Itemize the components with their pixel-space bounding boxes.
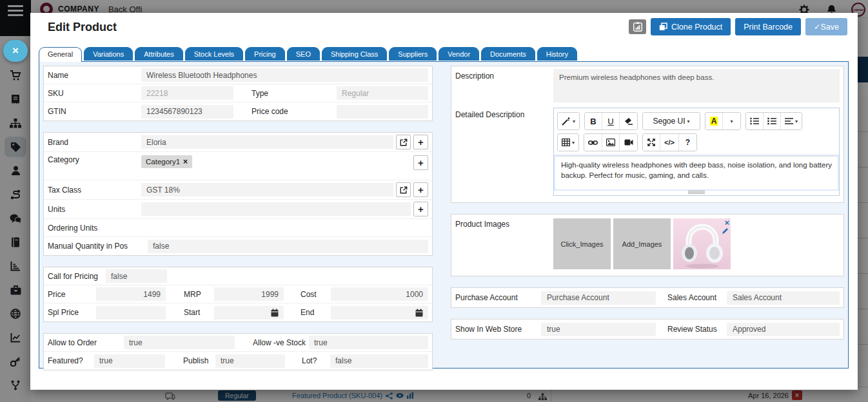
publish-input[interactable]: true xyxy=(215,354,285,368)
insert-image-button[interactable] xyxy=(602,134,620,151)
price-label: Price xyxy=(48,290,96,299)
add-images-button[interactable]: Add_Images xyxy=(613,218,671,269)
font-color-dropdown[interactable]: ▾ xyxy=(723,113,740,129)
price-code-input[interactable] xyxy=(337,105,428,119)
tax-class-add-button[interactable]: + xyxy=(413,182,428,197)
units-add-button[interactable]: + xyxy=(413,202,428,216)
mrp-label: MRP xyxy=(166,290,214,299)
tab-seo[interactable]: SEO xyxy=(287,47,320,61)
general-tab-panel: Name Wireless Bluetooth Headphones SKU 2… xyxy=(39,61,849,368)
tab-stock-levels[interactable]: Stock Levels xyxy=(185,47,243,61)
start-date-input[interactable] xyxy=(214,306,284,320)
ordered-list-button[interactable] xyxy=(764,113,781,129)
caret-down-icon: ▾ xyxy=(687,119,690,124)
mrp-input[interactable]: 1999 xyxy=(214,287,284,301)
manual-qty-label: Manual Quantity in Pos xyxy=(48,242,148,251)
type-label: Type xyxy=(233,89,337,98)
tab-shipping-class[interactable]: Shipping Class xyxy=(322,47,387,61)
detailed-description-editable[interactable]: High-quality wireless headphones with de… xyxy=(555,156,838,189)
calendar-icon[interactable] xyxy=(415,309,423,317)
bold-button[interactable]: B xyxy=(585,113,602,129)
print-barcode-button[interactable]: Print Barcode xyxy=(735,18,801,35)
web-store-input[interactable]: true xyxy=(541,323,656,336)
fullscreen-button[interactable] xyxy=(643,134,660,151)
allow-neg-stock-input[interactable]: true xyxy=(309,336,428,349)
check-icon: ✓ xyxy=(814,22,820,32)
table-button[interactable]: ▾ xyxy=(558,134,578,151)
brand-add-button[interactable]: + xyxy=(413,135,428,149)
sales-account-input[interactable]: Sales Account xyxy=(727,291,840,305)
tab-general[interactable]: General xyxy=(39,47,82,62)
start-label: Start xyxy=(166,308,214,317)
underline-button[interactable]: U xyxy=(602,113,620,129)
tab-history[interactable]: History xyxy=(537,47,577,61)
fullscreen-icon xyxy=(647,139,655,146)
gtin-input[interactable]: 1234567890123 xyxy=(141,105,233,119)
review-status-input[interactable]: Approved xyxy=(727,323,840,336)
product-report-button[interactable] xyxy=(629,19,646,34)
remove-image-icon[interactable]: × xyxy=(724,218,729,227)
purchase-account-input[interactable]: Purchase Account xyxy=(541,291,656,305)
brand-label: Brand xyxy=(48,138,141,147)
gtin-label: GTIN xyxy=(48,107,141,116)
table-icon xyxy=(562,139,570,146)
product-tabs: General Variations Attributes Stock Leve… xyxy=(39,47,847,61)
video-icon xyxy=(624,139,633,146)
units-input[interactable] xyxy=(141,202,411,216)
brand-open-button[interactable] xyxy=(396,135,411,149)
category-chip-label: Category1 xyxy=(146,158,180,166)
unordered-list-button[interactable] xyxy=(746,113,764,129)
modal-close-button[interactable]: × xyxy=(3,40,28,62)
brand-input[interactable]: Eloria xyxy=(141,135,393,149)
editor-resize-handle[interactable] xyxy=(554,189,839,195)
category-add-button[interactable]: + xyxy=(413,155,428,170)
save-button[interactable]: ✓Save xyxy=(805,18,847,35)
spl-price-input[interactable] xyxy=(96,306,166,320)
lot-input[interactable]: false xyxy=(330,354,428,368)
font-family-select[interactable]: Segoe UI▾ xyxy=(643,113,700,129)
review-status-label: Review Status xyxy=(656,325,727,334)
tab-variations[interactable]: Variations xyxy=(84,47,133,61)
webstore-section: Show In Web Store true Review Status App… xyxy=(451,319,844,340)
tab-documents[interactable]: Documents xyxy=(481,47,535,61)
code-view-button[interactable]: </> xyxy=(660,134,679,151)
featured-input[interactable]: true xyxy=(94,354,165,368)
featured-label: Featured? xyxy=(48,356,94,365)
end-date-input[interactable] xyxy=(331,306,428,320)
price-input[interactable]: 1499 xyxy=(96,287,166,301)
clear-format-button[interactable] xyxy=(620,113,637,129)
tab-suppliers[interactable]: Suppliers xyxy=(389,47,437,61)
caret-down-icon: ▾ xyxy=(573,119,575,124)
help-button[interactable]: ? xyxy=(679,134,696,151)
tax-class-input[interactable]: GST 18% xyxy=(141,183,393,196)
headphones-image xyxy=(673,218,731,269)
image-icon xyxy=(606,139,615,146)
style-magic-button[interactable]: ▾ xyxy=(558,113,579,129)
call-for-pricing-input[interactable]: false xyxy=(106,269,167,283)
clipboard-chart-icon xyxy=(633,22,642,32)
chip-remove-icon[interactable]: × xyxy=(183,157,188,166)
insert-video-button[interactable] xyxy=(620,134,637,151)
click-images-button[interactable]: Click_Images xyxy=(553,218,611,269)
allow-neg-stock-label: Allow -ve Stock xyxy=(235,338,309,347)
caret-down-icon: ▾ xyxy=(731,119,733,124)
tab-vendor[interactable]: Vendor xyxy=(439,47,479,61)
font-color-button[interactable]: A xyxy=(705,113,723,129)
tab-pricing[interactable]: Pricing xyxy=(245,47,285,61)
description-textarea[interactable]: Premium wireless headphones with deep ba… xyxy=(553,69,840,102)
product-image-thumbnail[interactable]: × xyxy=(673,218,731,269)
insert-link-button[interactable] xyxy=(584,134,602,151)
manual-qty-input[interactable]: false xyxy=(148,240,428,253)
allow-to-order-input[interactable]: true xyxy=(124,336,235,349)
tab-attributes[interactable]: Attributes xyxy=(135,47,182,61)
edit-image-icon[interactable] xyxy=(722,227,729,235)
cost-input[interactable]: 1000 xyxy=(331,287,428,301)
tax-class-open-button[interactable] xyxy=(396,182,411,197)
paragraph-align-button[interactable]: ▾ xyxy=(781,113,802,129)
clone-icon xyxy=(659,23,667,31)
name-input[interactable]: Wireless Bluetooth Headphones xyxy=(141,68,428,82)
description-section: Description Premium wireless headphones … xyxy=(451,66,844,203)
align-left-icon xyxy=(785,118,793,125)
calendar-icon[interactable] xyxy=(271,309,279,317)
clone-product-button[interactable]: Clone Product xyxy=(651,18,731,35)
